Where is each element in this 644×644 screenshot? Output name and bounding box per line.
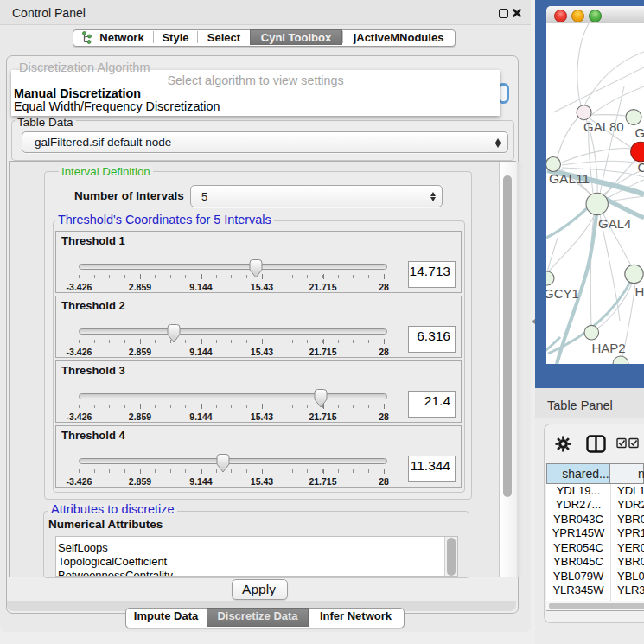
svg-text:GCY1: GCY1 [546, 286, 579, 301]
svg-text:GAL80: GAL80 [583, 119, 624, 134]
svg-text:GAL11: GAL11 [549, 171, 590, 186]
svg-text:GA: GA [635, 125, 644, 140]
svg-text:GAL4: GAL4 [598, 216, 631, 231]
svg-text:H: H [635, 284, 644, 299]
svg-text:C: C [638, 160, 644, 175]
svg-text:HAP2: HAP2 [592, 341, 626, 355]
